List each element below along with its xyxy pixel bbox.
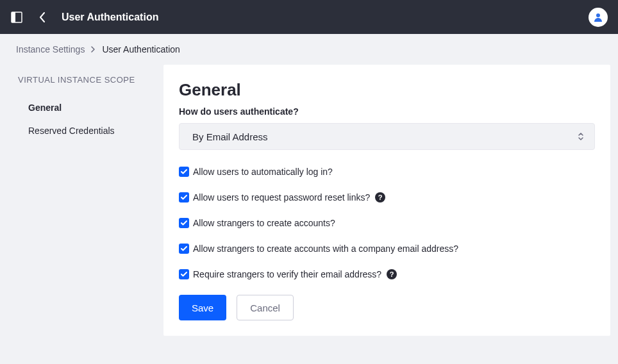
checkbox-password-reset[interactable] bbox=[179, 192, 189, 203]
check-password-reset-label: Allow users to request password reset li… bbox=[193, 192, 370, 203]
sidebar-item-general[interactable]: General bbox=[18, 96, 163, 119]
sidebar: Virtual Instance Scope General Reserved … bbox=[8, 65, 163, 142]
auth-method-label: How do users authenticate? bbox=[179, 106, 595, 117]
auth-method-value: By Email Address bbox=[179, 123, 595, 150]
back-button[interactable] bbox=[35, 10, 50, 25]
sidebar-heading: Virtual Instance Scope bbox=[18, 75, 163, 85]
breadcrumb-current: User Authentication bbox=[102, 44, 180, 54]
help-icon[interactable]: ? bbox=[375, 192, 385, 203]
check-strangers-create-label: Allow strangers to create accounts? bbox=[193, 218, 335, 228]
auth-method-select[interactable]: By Email Address bbox=[179, 123, 595, 150]
checkbox-verify-email[interactable] bbox=[179, 269, 189, 279]
panel-title: General bbox=[179, 80, 595, 100]
check-auto-login-label: Allow users to automatically log in? bbox=[193, 167, 333, 177]
sidebar-item-reserved-credentials[interactable]: Reserved Credentials bbox=[18, 119, 163, 142]
svg-rect-1 bbox=[12, 12, 15, 22]
panel-toggle-icon[interactable] bbox=[10, 11, 23, 24]
main-panel: General How do users authenticate? By Em… bbox=[163, 65, 610, 336]
content: Virtual Instance Scope General Reserved … bbox=[0, 65, 618, 343]
cancel-button[interactable]: Cancel bbox=[237, 295, 294, 320]
check-strangers-company-email-label: Allow strangers to create accounts with … bbox=[193, 244, 458, 254]
save-button[interactable]: Save bbox=[179, 295, 226, 320]
breadcrumb: Instance Settings User Authentication bbox=[0, 34, 618, 65]
checkbox-strangers-company-email[interactable] bbox=[179, 244, 189, 254]
topbar: User Authentication bbox=[0, 0, 618, 34]
check-verify-email-label: Require strangers to verify their email … bbox=[193, 269, 381, 279]
button-row: Save Cancel bbox=[179, 295, 595, 320]
user-avatar[interactable] bbox=[589, 8, 608, 27]
checkbox-auto-login[interactable] bbox=[179, 167, 189, 177]
help-icon[interactable]: ? bbox=[387, 269, 397, 279]
breadcrumb-parent[interactable]: Instance Settings bbox=[16, 44, 85, 54]
select-caret-icon bbox=[577, 132, 586, 141]
check-verify-email: Require strangers to verify their email … bbox=[179, 269, 595, 279]
svg-point-2 bbox=[596, 13, 600, 17]
chevron-right-icon bbox=[91, 44, 96, 54]
check-strangers-create: Allow strangers to create accounts? bbox=[179, 218, 595, 228]
check-auto-login: Allow users to automatically log in? bbox=[179, 167, 595, 177]
checkbox-strangers-create[interactable] bbox=[179, 218, 189, 228]
topbar-left: User Authentication bbox=[10, 10, 158, 25]
check-password-reset: Allow users to request password reset li… bbox=[179, 192, 595, 203]
check-strangers-company-email: Allow strangers to create accounts with … bbox=[179, 244, 595, 254]
page-title: User Authentication bbox=[62, 12, 158, 23]
